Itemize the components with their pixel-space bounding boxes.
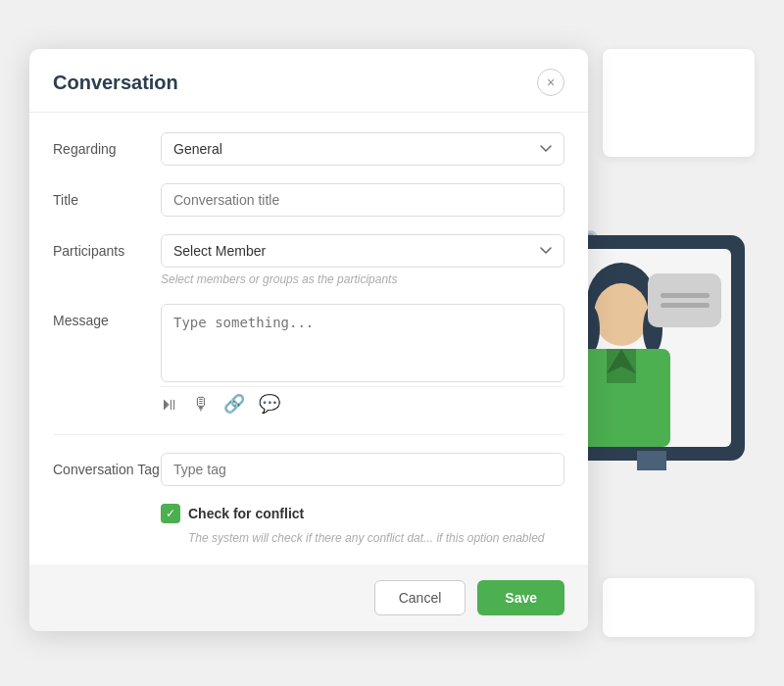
- save-button[interactable]: Save: [477, 580, 564, 615]
- title-input[interactable]: [161, 183, 564, 217]
- modal-body: Regarding General Support Sales Title: [29, 113, 588, 564]
- mic-icon[interactable]: 🎙: [192, 395, 210, 413]
- message-textarea[interactable]: [161, 304, 564, 382]
- conflict-hint: The system will check if there any confl…: [188, 531, 564, 545]
- modal-title: Conversation: [53, 72, 178, 94]
- tag-row: Conversation Tag: [53, 453, 564, 486]
- attach-icon[interactable]: 🔗: [223, 395, 245, 413]
- divider: [53, 434, 564, 435]
- message-toolbar: ⏯ 🎙 🔗 💬: [161, 386, 564, 416]
- title-control: [161, 183, 564, 217]
- conversation-modal: Conversation × Regarding General Support…: [29, 49, 588, 631]
- tag-input[interactable]: [161, 453, 564, 486]
- participants-control: Select Member Select members or groups a…: [161, 234, 564, 286]
- svg-point-6: [594, 283, 649, 346]
- participants-hint: Select members or groups as the particip…: [161, 272, 564, 286]
- participants-row: Participants Select Member Select member…: [53, 234, 564, 286]
- conflict-label: Check for conflict: [188, 506, 304, 521]
- message-row: Message ⏯ 🎙 🔗 💬: [53, 304, 564, 416]
- close-button[interactable]: ×: [537, 69, 564, 96]
- video-icon[interactable]: ⏯: [161, 395, 178, 413]
- modal-footer: Cancel Save: [29, 564, 588, 631]
- conflict-section: ✓ Check for conflict The system will che…: [161, 504, 564, 545]
- monitor-neck: [637, 451, 666, 470]
- tag-label: Conversation Tag: [53, 453, 161, 477]
- title-row: Title: [53, 183, 564, 217]
- conflict-checkbox-row: ✓ Check for conflict: [161, 504, 564, 523]
- regarding-label: Regarding: [53, 132, 161, 157]
- cancel-button[interactable]: Cancel: [374, 580, 466, 615]
- participants-select[interactable]: Select Member: [161, 234, 564, 268]
- regarding-select[interactable]: General Support Sales: [161, 132, 564, 166]
- decoration-card-top-right: [603, 49, 755, 157]
- conflict-checkbox[interactable]: ✓: [161, 504, 180, 523]
- participants-label: Participants: [53, 234, 161, 259]
- regarding-control: General Support Sales: [161, 132, 564, 166]
- message-label: Message: [53, 304, 161, 328]
- chat-bubble: [648, 273, 721, 327]
- chat-icon[interactable]: 💬: [259, 395, 280, 413]
- modal-header: Conversation ×: [29, 49, 588, 113]
- title-label: Title: [53, 183, 161, 208]
- tag-control: [161, 453, 564, 486]
- chat-line-2: [661, 303, 710, 308]
- message-control: ⏯ 🎙 🔗 💬: [161, 304, 564, 416]
- chat-line-1: [661, 293, 710, 298]
- regarding-row: Regarding General Support Sales: [53, 132, 564, 166]
- decoration-card-bottom-right: [603, 578, 755, 637]
